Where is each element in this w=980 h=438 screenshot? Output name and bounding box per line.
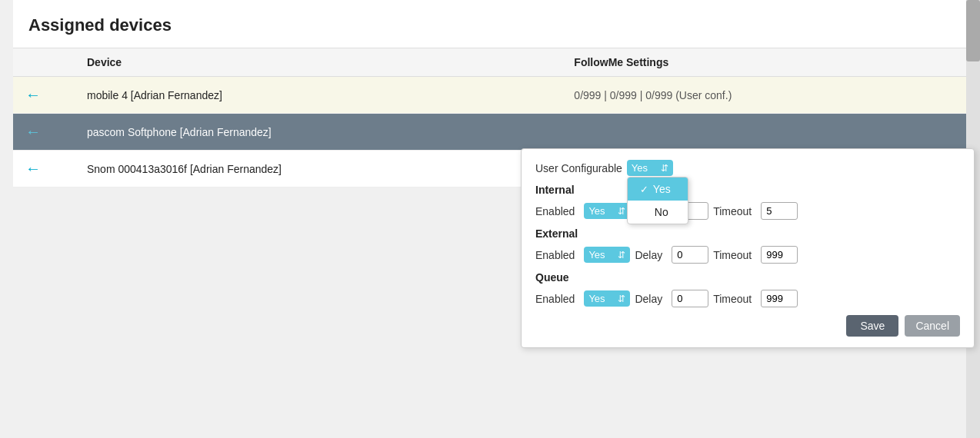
device-name: pascom Softphone [Adrian Fernandez]	[87, 126, 272, 138]
page-title: Assigned devices	[13, 15, 967, 48]
table-row: ← pascom Softphone [Adrian Fernandez]	[13, 114, 967, 151]
device-name-cell: Snom 000413a3016f [Adrian Fernandez]	[75, 151, 562, 187]
queue-enabled-label: Enabled	[535, 293, 575, 305]
queue-timeout-input[interactable]	[761, 290, 798, 307]
device-name-cell: mobile 4 [Adrian Fernandez]	[75, 77, 562, 114]
followme-summary: 0/999 | 0/999 | 0/999 (User conf.)	[574, 89, 732, 101]
queue-section: Queue Enabled Yes ⇵ Delay Timeout	[535, 271, 960, 307]
cancel-button[interactable]: Cancel	[905, 315, 960, 337]
save-button[interactable]: Save	[846, 315, 898, 337]
dropdown-no-label: No	[655, 206, 668, 218]
chevron-icon: ⇵	[618, 206, 625, 217]
dropdown-item-no[interactable]: No	[628, 201, 688, 224]
internal-section: Internal Enabled Yes ⇵ Delay Timeout	[535, 184, 960, 220]
external-enabled-label: Enabled	[535, 249, 575, 261]
followme-cell	[562, 114, 967, 151]
external-section: External Enabled Yes ⇵ Delay Timeout	[535, 227, 960, 264]
external-delay-label: Delay	[635, 249, 662, 261]
dropdown-item-yes[interactable]: ✓ Yes	[628, 178, 688, 201]
internal-timeout-input[interactable]	[761, 202, 798, 220]
external-timeout-label: Timeout	[713, 249, 752, 261]
arrow-icon[interactable]: ←	[25, 123, 41, 140]
followme-cell: 0/999 | 0/999 | 0/999 (User conf.)	[562, 77, 967, 114]
page-container: Assigned devices Device FollowMe Setting…	[13, 0, 967, 187]
device-name: mobile 4 [Adrian Fernandez]	[87, 89, 222, 101]
select-value: Yes	[632, 162, 648, 174]
queue-timeout-label: Timeout	[713, 293, 752, 305]
col-header-arrow	[13, 48, 75, 77]
check-icon: ✓	[640, 184, 648, 195]
queue-row: Enabled Yes ⇵ Delay Timeout	[535, 290, 960, 307]
external-timeout-input[interactable]	[761, 246, 798, 264]
arrow-icon[interactable]: ←	[25, 160, 41, 177]
chevron-icon: ⇵	[661, 163, 668, 174]
device-name: Snom 000413a3016f [Adrian Fernandez]	[87, 163, 282, 175]
internal-enabled-label: Enabled	[535, 205, 575, 217]
external-enabled-value: Yes	[588, 249, 605, 260]
row-arrow-cell: ←	[13, 77, 75, 114]
internal-enabled-value: Yes	[588, 205, 605, 217]
external-delay-input[interactable]	[672, 246, 708, 264]
queue-enabled-select[interactable]: Yes ⇵	[584, 290, 630, 307]
chevron-icon: ⇵	[618, 250, 625, 260]
user-configurable-dropdown-container: Yes ⇵ ✓ Yes No	[627, 160, 673, 176]
internal-enabled-select[interactable]: Yes ⇵	[584, 203, 630, 219]
queue-delay-input[interactable]	[672, 290, 708, 307]
settings-panel: User Configurable Yes ⇵ ✓ Yes No	[521, 148, 975, 348]
chevron-icon: ⇵	[618, 294, 625, 304]
row-arrow-cell: ←	[13, 114, 75, 151]
queue-enabled-value: Yes	[588, 293, 605, 304]
internal-timeout-label: Timeout	[713, 205, 752, 217]
device-name-cell: pascom Softphone [Adrian Fernandez]	[75, 114, 562, 151]
arrow-icon[interactable]: ←	[25, 86, 41, 103]
internal-title: Internal	[535, 184, 960, 196]
queue-title: Queue	[535, 271, 960, 284]
scrollbar-thumb[interactable]	[966, 0, 980, 61]
external-enabled-select[interactable]: Yes ⇵	[584, 247, 630, 263]
col-header-device: Device	[75, 48, 562, 77]
user-configurable-row: User Configurable Yes ⇵ ✓ Yes No	[535, 160, 960, 176]
settings-actions: Save Cancel	[535, 315, 960, 337]
dropdown-yes-label: Yes	[653, 183, 671, 195]
external-row: Enabled Yes ⇵ Delay Timeout	[535, 246, 960, 264]
internal-row: Enabled Yes ⇵ Delay Timeout	[535, 202, 960, 220]
queue-delay-label: Delay	[635, 293, 662, 305]
user-configurable-label: User Configurable	[535, 162, 622, 174]
user-configurable-select[interactable]: Yes ⇵	[627, 160, 673, 176]
col-header-followme: FollowMe Settings	[562, 48, 967, 77]
dropdown-popup: ✓ Yes No	[627, 177, 688, 224]
table-row: ← mobile 4 [Adrian Fernandez] 0/999 | 0/…	[13, 77, 967, 114]
row-arrow-cell: ←	[13, 151, 75, 187]
external-title: External	[535, 227, 960, 240]
